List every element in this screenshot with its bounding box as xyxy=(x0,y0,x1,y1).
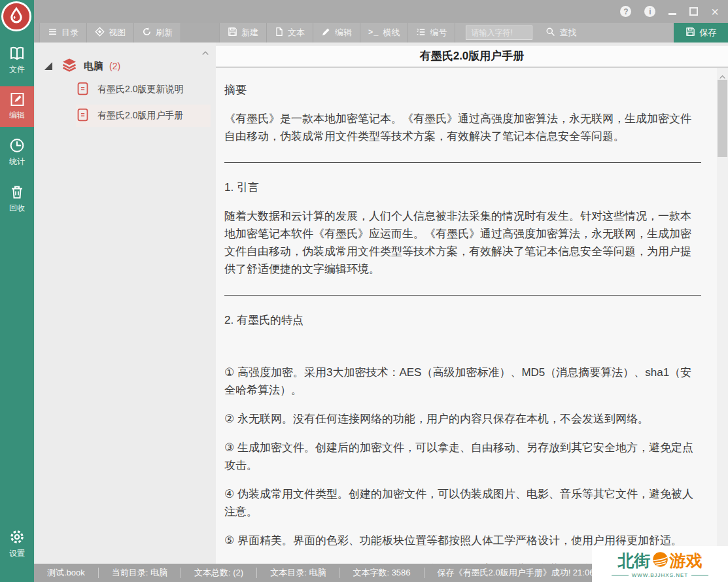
ink-drop-icon xyxy=(7,5,26,27)
pencil-icon xyxy=(321,27,331,39)
hline-button[interactable]: >_ 横线 xyxy=(360,23,408,43)
sidebar-item-recycle[interactable]: 回收 xyxy=(0,179,34,220)
file-icon xyxy=(275,27,284,39)
close-icon[interactable]: × xyxy=(711,5,719,18)
watermark-name-left: 北街 xyxy=(618,550,651,572)
watermark: 北街 游戏 WWW.BJJHXS.NET xyxy=(592,546,728,582)
numbering-button-label: 编号 xyxy=(430,27,447,39)
doc-icon xyxy=(76,107,90,125)
new-button[interactable]: 新建 xyxy=(219,23,267,43)
window-controls: ? i × xyxy=(620,0,719,23)
sidebar-item-stats[interactable]: 统计 xyxy=(0,132,34,173)
minimize-icon[interactable] xyxy=(668,13,676,15)
sidebar-item-label: 文件 xyxy=(9,64,25,75)
help-icon[interactable]: ? xyxy=(620,6,631,17)
edit-square-icon xyxy=(9,92,26,107)
menu-icon xyxy=(48,27,58,38)
text-button-label: 文本 xyxy=(288,27,305,39)
tree-panel: 电脑 (2) 有墨氏2.0版更新说明 有墨氏2.0版用户手册 xyxy=(34,43,216,564)
expand-triangle-icon[interactable] xyxy=(44,62,52,70)
refresh-icon xyxy=(142,27,152,39)
info-icon[interactable]: i xyxy=(644,6,655,17)
sidebar-item-files[interactable]: 文件 xyxy=(0,41,34,81)
hline-button-label: 横线 xyxy=(383,27,400,39)
refresh-button[interactable]: 刷新 xyxy=(134,23,181,43)
status-save-message: 保存《有墨氏2.0版用户手册》成功! 21:06:07 xyxy=(425,567,619,579)
toolbar-group-left: 目录 视图 刷新 xyxy=(39,23,181,43)
list-item: ② 永无联网。没有任何连接网络的功能，用户的内容只保存在本机，不会发送到网络。 xyxy=(224,410,701,428)
view-button[interactable]: 视图 xyxy=(87,23,134,43)
paragraph: 摘要 xyxy=(224,81,701,99)
book-icon xyxy=(9,46,26,61)
list-item: ① 高强度加密。采用3大加密技术：AES（高级加密标准）、MD5（消息摘要算法）… xyxy=(224,364,701,399)
doc-icon xyxy=(76,81,90,99)
sidebar-item-label: 回收 xyxy=(9,203,25,214)
tree-file-label: 有墨氏2.0版更新说明 xyxy=(97,84,183,95)
numbered-list-icon xyxy=(416,27,426,39)
search-input[interactable] xyxy=(466,26,532,40)
watermark-site: WWW.BJJHXS.NET xyxy=(632,572,688,578)
spacer xyxy=(224,340,701,364)
section-heading: 1. 引言 xyxy=(224,179,701,196)
view-icon xyxy=(95,27,105,39)
list-item: ④ 伪装成常用文件类型。创建的加密文件，可以伪装成图片、电影、音乐等其它文件，避… xyxy=(224,485,701,521)
scrollbar-thumb[interactable] xyxy=(718,80,727,157)
tree-file-update-notes[interactable]: 有墨氏2.0版更新说明 xyxy=(76,78,211,101)
sidebar-item-label: 编辑 xyxy=(9,110,25,121)
sidebar-item-edit[interactable]: 编辑 xyxy=(0,86,34,127)
paragraph: 随着大数据和云计算的发展，人们个人信息被非法采集的情况时有发生。针对这些情况，一… xyxy=(224,207,701,278)
status-current-dir: 当前目录: 电脑 xyxy=(99,567,181,579)
tree-file-user-manual[interactable]: 有墨氏2.0版用户手册 xyxy=(76,105,211,127)
watermark-logo: 北街 游戏 xyxy=(618,550,702,572)
numbering-button[interactable]: 编号 xyxy=(408,23,455,43)
trash-icon xyxy=(9,184,25,200)
divider xyxy=(224,162,701,163)
find-button[interactable]: 查找 xyxy=(538,23,584,43)
toc-button-label: 目录 xyxy=(61,27,78,39)
tree-folder-count: (2) xyxy=(109,61,120,71)
save-floppy-icon xyxy=(685,27,695,39)
terminal-icon: >_ xyxy=(368,28,379,37)
sidebar-item-label: 设置 xyxy=(9,548,25,559)
divider xyxy=(224,295,701,296)
status-text-dir: 文本目录: 电脑 xyxy=(257,567,339,579)
content-panel: 有墨氏2.0版用户手册 摘要 《有墨氏》是一款本地加密笔记本。《有墨氏》通过高强… xyxy=(216,43,728,564)
sidebar-item-settings[interactable]: 设置 xyxy=(0,523,34,565)
save-button[interactable]: 保存 xyxy=(674,23,728,43)
maximize-icon[interactable] xyxy=(689,7,698,16)
gear-icon xyxy=(9,528,26,545)
floppy-icon xyxy=(228,27,237,39)
dash-line xyxy=(691,575,708,575)
sidebar: 文件 编辑 统计 回收 设置 xyxy=(0,0,34,582)
tree-scroll-up-icon[interactable] xyxy=(201,46,209,58)
toolbar-group-center: 新建 文本 编辑 >_ 横线 编号 xyxy=(219,23,674,43)
status-text-count: 文本总数: (2) xyxy=(181,567,256,579)
toc-button[interactable]: 目录 xyxy=(39,23,87,43)
edit-button[interactable]: 编辑 xyxy=(313,23,360,43)
status-word-count: 文本字数: 3586 xyxy=(339,567,423,579)
save-button-label: 保存 xyxy=(700,27,717,39)
refresh-button-label: 刷新 xyxy=(156,27,173,39)
app-logo xyxy=(1,1,31,31)
vertical-scrollbar[interactable] xyxy=(717,68,728,564)
titlebar: ? i × xyxy=(0,0,728,23)
new-button-label: 新建 xyxy=(241,27,258,39)
watermark-site-row: WWW.BJJHXS.NET xyxy=(612,572,708,578)
document-body[interactable]: 摘要 《有墨氏》是一款本地加密笔记本。《有墨氏》通过高强度加密算法，永无联网，生… xyxy=(216,68,717,564)
tree-folder-computer[interactable]: 电脑 (2) xyxy=(44,57,120,75)
clock-icon xyxy=(9,137,26,154)
status-book-name: 测试.book xyxy=(34,567,98,579)
toolbar: 目录 视图 刷新 新建 文本 xyxy=(34,23,728,43)
layers-icon xyxy=(61,57,78,75)
watermark-name-right: 游戏 xyxy=(670,550,702,572)
sun-icon xyxy=(651,551,669,571)
find-button-label: 查找 xyxy=(559,27,576,39)
search-icon xyxy=(546,27,555,39)
edit-button-label: 编辑 xyxy=(335,27,352,39)
list-item: ③ 生成加密文件。创建后的加密文件，可以拿走、自由移动、另存放到其它安全地方，避… xyxy=(224,439,701,474)
tree-folder-label: 电脑 xyxy=(84,60,103,73)
text-button[interactable]: 文本 xyxy=(267,23,313,43)
view-button-label: 视图 xyxy=(109,27,126,39)
section-heading: 2. 有墨氏的特点 xyxy=(224,311,701,329)
document-title: 有墨氏2.0版用户手册 xyxy=(216,46,728,67)
